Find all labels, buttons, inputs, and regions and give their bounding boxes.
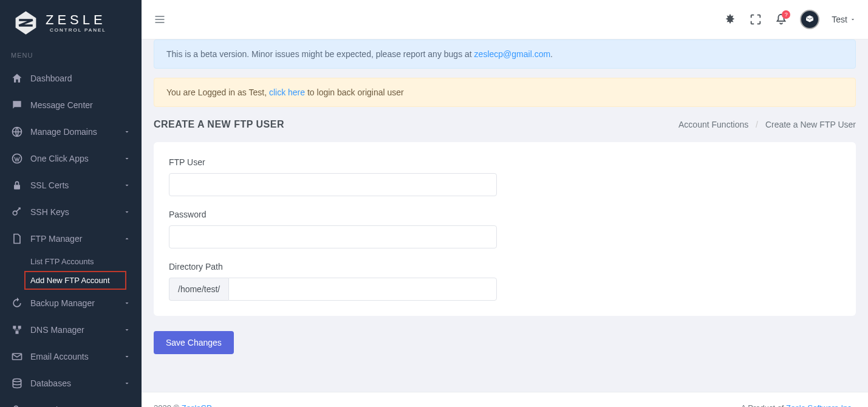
nav-label: SSL Certs [30,180,123,190]
svg-point-8 [13,379,21,382]
breadcrumb-separator: / [756,120,758,129]
login-alert-prefix: You are Logged in as Test, [166,87,269,97]
sidebar: ZESLE CONTROL PANEL MENU Dashboard Messa… [0,0,142,407]
nav-label: Manage Domains [30,127,123,137]
sidebar-item-ssh-keys[interactable]: SSH Keys [0,199,142,225]
footer: 2020 © ZesleCP. A Product of Zesle Softw… [142,392,868,407]
sidebar-item-message-center[interactable]: Message Center [0,92,142,118]
logo-text-sub: CONTROL PANEL [46,28,106,33]
nav-label: SSH Keys [30,207,123,217]
beta-alert: This is a beta version. Minor issues mig… [154,39,856,69]
lock-icon [11,179,23,191]
notification-badge: ? [782,10,790,19]
chevron-down-icon [123,155,131,162]
password-label: Password [169,210,497,219]
user-gear-icon [11,404,23,407]
breadcrumb-parent[interactable]: Account Functions [678,120,748,129]
logo-text-main: ZESLE [46,13,106,27]
hamburger-icon[interactable] [154,13,166,26]
page-title: CREATE A NEW FTP USER [154,119,284,130]
login-alert: You are Logged in as Test, click here to… [154,78,856,107]
chevron-down-icon [123,380,131,387]
directory-label: Directory Path [169,262,497,272]
sidebar-item-dashboard[interactable]: Dashboard [0,65,142,92]
ftp-user-input[interactable] [169,173,497,196]
avatar-icon [804,14,815,25]
user-name-label: Test [832,15,847,24]
directory-prefix: /home/test/ [169,278,228,301]
topbar: ? Test [142,0,868,39]
globe-icon [11,126,23,138]
svg-point-3 [13,211,17,215]
directory-input[interactable] [228,278,497,301]
nav-label: DNS Manager [30,325,123,335]
sidebar-item-databases[interactable]: Databases [0,370,142,397]
nav-label: Databases [30,378,123,388]
ftp-user-label: FTP User [169,157,497,167]
fullscreen-icon[interactable] [749,13,762,26]
main: ? Test This is a beta version. Minor iss… [142,0,868,407]
nav-label: Email Accounts [30,352,123,361]
sidebar-item-email-accounts[interactable]: Email Accounts [0,343,142,370]
notification-bell[interactable]: ? [774,13,788,26]
nav-label: Backup Manager [30,298,123,308]
form-card: FTP User Password Directory Path /home/t… [154,142,856,316]
user-menu[interactable]: Test [832,15,856,24]
page-header: CREATE A NEW FTP USER Account Functions … [154,119,856,130]
avatar[interactable] [800,10,819,29]
login-alert-suffix: to login back original user [305,87,404,97]
envelope-icon [11,351,23,363]
menu-section-label: MENU [0,46,142,65]
chevron-down-icon [123,208,131,216]
home-icon [11,72,23,84]
key-icon [11,206,23,218]
maple-leaf-icon[interactable] [723,13,737,26]
nav-label: Message Center [30,100,131,110]
sidebar-subitem-list-ftp[interactable]: List FTP Accounts [30,252,142,271]
sidebar-item-ssl-certs[interactable]: SSL Certs [0,172,142,199]
nav-label: Dashboard [30,74,131,83]
breadcrumb-current: Create a New FTP User [765,120,856,129]
login-back-link[interactable]: click here [269,87,305,97]
sidebar-subitem-add-ftp[interactable]: Add New FTP Account [24,271,126,290]
svg-rect-5 [18,326,21,329]
chevron-down-icon [123,326,131,333]
footer-left-link[interactable]: ZesleCP [182,403,211,407]
chevron-down-icon [123,299,131,307]
wordpress-icon [11,152,23,165]
chevron-down-icon [123,182,131,189]
sidebar-item-one-click-apps[interactable]: One Click Apps [0,145,142,172]
sidebar-item-manage-domains[interactable]: Manage Domains [0,118,142,145]
breadcrumb: Account Functions / Create a New FTP Use… [678,120,856,129]
ftp-submenu: List FTP Accounts Add New FTP Account [0,252,142,290]
database-icon [11,377,23,389]
logo-icon [12,9,39,36]
sidebar-item-ftp-manager[interactable]: FTP Manager [0,225,142,252]
nav-label: One Click Apps [30,154,123,163]
chevron-up-icon [123,235,131,242]
footer-right-prefix: A Product of [741,403,786,407]
svg-rect-2 [14,185,20,190]
chevron-down-icon [123,128,131,135]
logo[interactable]: ZESLE CONTROL PANEL [0,0,142,46]
network-icon [11,324,23,336]
footer-right-link[interactable]: Zesle Software Inc. [786,403,853,407]
sidebar-item-backup-manager[interactable]: Backup Manager [0,290,142,316]
chevron-down-icon [850,16,856,22]
nav-label: FTP Manager [30,234,123,244]
chevron-down-icon [123,353,131,360]
beta-alert-email[interactable]: zeslecp@gmail.com [474,49,550,59]
password-input[interactable] [169,225,497,248]
history-icon [11,297,23,309]
sidebar-item-dns-manager[interactable]: DNS Manager [0,316,142,343]
content: This is a beta version. Minor issues mig… [142,39,868,392]
beta-alert-text: This is a beta version. Minor issues mig… [166,49,474,59]
footer-left-prefix: 2020 © [154,403,182,407]
file-icon [11,233,23,245]
save-button[interactable]: Save Changes [154,331,234,354]
chat-icon [11,99,23,111]
sidebar-item-crontab-manager[interactable]: Crontab Manager [0,397,142,407]
svg-rect-6 [16,331,19,334]
svg-rect-4 [13,326,16,329]
